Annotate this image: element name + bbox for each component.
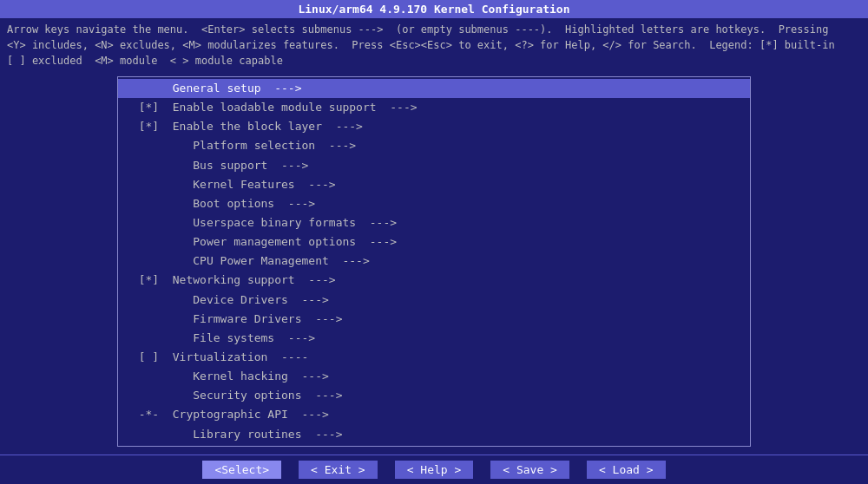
bottom-bar: <Select> < Exit > < Help > < Save > < Lo… — [0, 455, 868, 484]
menu-item[interactable]: Bus support ---> — [118, 156, 750, 175]
help-button[interactable]: < Help > — [395, 461, 474, 479]
info-area: Arrow keys navigate the menu. <Enter> se… — [0, 18, 868, 72]
menu-item[interactable]: Security options ---> — [118, 386, 750, 405]
load-button[interactable]: < Load > — [587, 461, 666, 479]
title-bar: Linux/arm64 4.9.170 Kernel Configuration — [0, 0, 868, 18]
main-content: General setup ---> [*] Enable loadable m… — [0, 72, 868, 455]
menu-item[interactable]: General setup ---> — [118, 79, 750, 98]
menu-item[interactable]: Firmware Drivers ---> — [118, 310, 750, 329]
menu-item[interactable]: Power management options ---> — [118, 232, 750, 252]
menu-box: General setup ---> [*] Enable loadable m… — [117, 76, 751, 447]
menu-item[interactable]: [*] Enable the block layer ---> — [118, 117, 750, 136]
menu-item[interactable]: [*] Networking support ---> — [118, 271, 750, 290]
menu-item[interactable]: [ ] Virtualization ---- — [118, 348, 750, 367]
menu-item[interactable]: Device Drivers ---> — [118, 291, 750, 310]
menu-item[interactable]: CPU Power Management ---> — [118, 252, 750, 271]
menu-item[interactable]: [*] Enable loadable module support ---> — [118, 98, 750, 117]
menu-item[interactable]: Kernel Features ---> — [118, 175, 750, 194]
info-line-2: <Y> includes, <N> excludes, <M> modulari… — [7, 37, 861, 53]
terminal: Linux/arm64 4.9.170 Kernel Configuration… — [0, 0, 868, 484]
menu-item[interactable]: Boot options ---> — [118, 194, 750, 213]
menu-item[interactable]: Platform selection ---> — [118, 136, 750, 155]
menu-item[interactable]: Kernel hacking ---> — [118, 367, 750, 386]
info-line-3: [ ] excluded <M> module < > module capab… — [7, 53, 861, 69]
save-button[interactable]: < Save > — [490, 461, 569, 479]
menu-item[interactable]: -*- Cryptographic API ---> — [118, 405, 750, 424]
menu-item[interactable]: Library routines ---> — [118, 425, 750, 444]
select-button[interactable]: <Select> — [202, 461, 281, 479]
exit-button[interactable]: < Exit > — [299, 461, 378, 479]
info-line-1: Arrow keys navigate the menu. <Enter> se… — [7, 22, 861, 37]
menu-item[interactable]: Userspace binary formats ---> — [118, 213, 750, 232]
menu-item[interactable]: File systems ---> — [118, 329, 750, 348]
title-text: Linux/arm64 4.9.170 Kernel Configuration — [298, 3, 569, 16]
